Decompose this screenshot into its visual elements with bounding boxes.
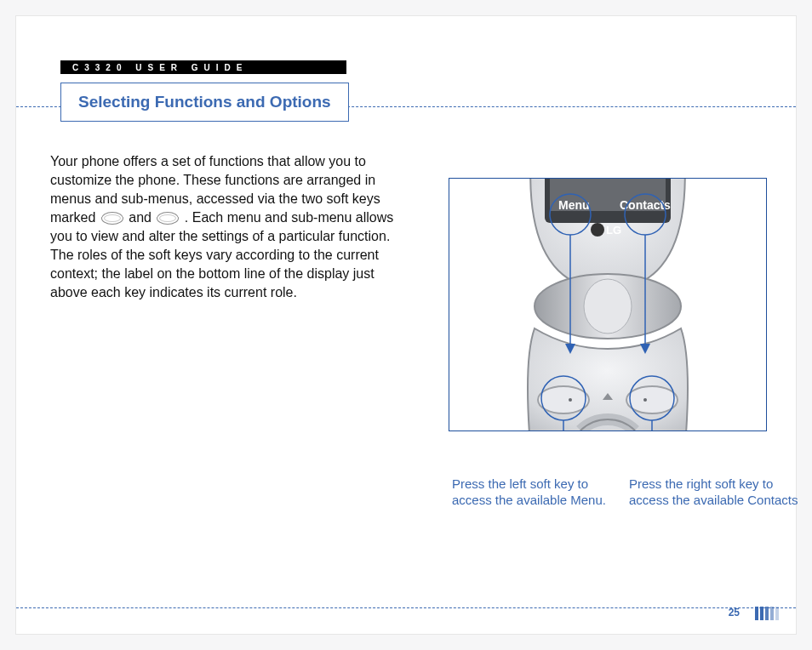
body-text: Your phone offers a set of functions tha… [50, 152, 408, 302]
svg-point-8 [626, 386, 678, 413]
footer-divider [16, 607, 796, 608]
svg-point-7 [569, 398, 572, 402]
svg-point-6 [538, 386, 589, 413]
svg-point-9 [643, 398, 647, 402]
svg-text:LG: LG [606, 224, 621, 237]
paragraph-1b: and [129, 210, 155, 225]
caption-left-softkey: Press the left soft key to access the av… [452, 476, 622, 508]
right-softkey-icon [157, 212, 179, 225]
model-stripe: C3320 USER GUIDE [60, 60, 346, 74]
svg-point-5 [584, 279, 632, 334]
phone-illustration: Menu Contacts LG [449, 178, 767, 431]
caption-right-softkey: Press the right soft key to access the a… [629, 476, 799, 508]
page-bars-icon [755, 607, 779, 620]
svg-point-2 [591, 223, 604, 237]
page-number: 25 [729, 607, 740, 619]
paragraph-2: The roles of the soft keys vary accordin… [50, 248, 379, 299]
page-title: Selecting Functions and Options [60, 83, 349, 122]
left-softkey-icon [101, 212, 123, 225]
